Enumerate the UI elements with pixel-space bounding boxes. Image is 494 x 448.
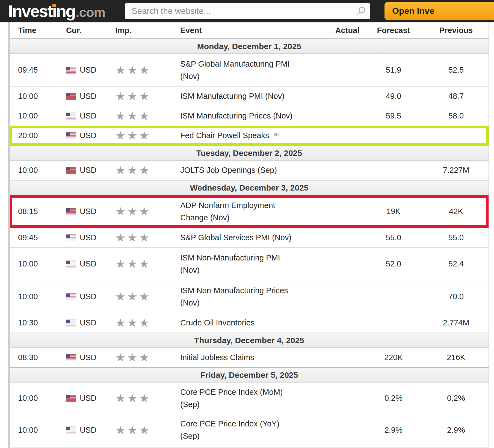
- forecast-value: 51.9: [363, 66, 424, 75]
- currency-label: USD: [80, 166, 96, 175]
- event-link[interactable]: ISM Non-Manufacturing PMI (Nov): [169, 252, 331, 276]
- currency-label: USD: [80, 233, 96, 242]
- event-link[interactable]: S&P Global Manufacturing PMI (Nov): [169, 58, 331, 82]
- importance-stars-icon: ★★★: [110, 164, 169, 177]
- event-row: 10:00 USD ★★★ ISM Manufacturing Prices (…: [10, 106, 489, 126]
- us-flag-icon: [66, 132, 76, 139]
- col-header-previous: Previous: [424, 26, 489, 35]
- highlighted-red-group: 10:00 USD ★★★ Core PCE Price Index (MoM)…: [10, 382, 489, 446]
- logo-orange-dot-i: ı: [52, 2, 56, 20]
- forecast-value: 19K: [363, 207, 424, 216]
- event-time: 08:30: [10, 353, 58, 362]
- search-icon[interactable]: [356, 6, 366, 17]
- event-row: 10:00 USD ★★★ ISM Non-Manufacturing PMI …: [10, 248, 489, 280]
- previous-value: 0.2%: [424, 394, 489, 403]
- event-row: 10:00 USD ★★★ JOLTS Job Openings (Sep) 7…: [10, 161, 489, 180]
- event-link[interactable]: Core PCE Price Index (MoM) (Sep): [169, 386, 331, 411]
- us-flag-icon: [66, 67, 76, 73]
- importance-stars-icon: ★★★: [110, 316, 169, 330]
- previous-value: 2.774M: [424, 318, 489, 327]
- event-link[interactable]: JOLTS Job Openings (Sep): [169, 164, 331, 176]
- us-flag-icon: [66, 320, 76, 326]
- currency-cell: USD: [58, 318, 110, 327]
- importance-stars-icon: ★★★: [110, 129, 169, 142]
- search-input[interactable]: [125, 3, 370, 19]
- event-link[interactable]: S&P Global Services PMI (Nov): [169, 232, 331, 244]
- previous-value: 52.4: [424, 259, 489, 268]
- event-link[interactable]: Initial Jobless Claims: [169, 351, 331, 364]
- date-label: Thursday, December 4, 2025: [194, 336, 304, 345]
- date-label: Monday, December 1, 2025: [197, 42, 301, 51]
- previous-value: 52.5: [424, 66, 489, 75]
- us-flag-icon: [66, 235, 76, 241]
- top-navigation-bar: Investıng .com Open Inve: [0, 0, 494, 22]
- event-time: 08:15: [10, 207, 58, 216]
- importance-stars-icon: ★★★: [110, 109, 169, 123]
- open-account-button[interactable]: Open Inve: [384, 2, 494, 20]
- importance-stars-icon: ★★★: [110, 205, 169, 218]
- event-link[interactable]: ADP Nonfarm Employment Change (Nov): [169, 199, 331, 224]
- event-time: 09:45: [10, 66, 58, 75]
- event-time: 10:00: [10, 166, 58, 175]
- importance-stars-icon: ★★★: [110, 423, 169, 437]
- currency-label: USD: [80, 207, 96, 216]
- col-header-actual: Actual: [331, 26, 363, 35]
- importance-stars-icon: ★★★: [110, 290, 169, 303]
- event-time: 10:00: [10, 394, 58, 403]
- date-header-row: Monday, December 1, 2025: [10, 39, 489, 54]
- currency-label: USD: [80, 394, 96, 403]
- event-link[interactable]: ISM Manufacturing Prices (Nov): [169, 110, 331, 122]
- importance-stars-icon: ★★★: [110, 63, 169, 77]
- currency-cell: USD: [58, 233, 110, 242]
- event-link[interactable]: Fed Chair Powell Speaks: [169, 129, 331, 142]
- us-flag-icon: [66, 354, 76, 361]
- currency-cell: USD: [58, 207, 110, 216]
- currency-cell: USD: [58, 353, 110, 362]
- col-header-event: Event: [169, 26, 331, 35]
- event-row-highlighted-red: 10:00 USD ★★★ Core PCE Price Index (YoY)…: [10, 414, 489, 446]
- event-time: 09:45: [10, 233, 58, 242]
- currency-label: USD: [80, 131, 96, 140]
- investing-logo[interactable]: Investıng .com: [8, 2, 105, 21]
- previous-value: 7.227M: [424, 166, 489, 175]
- logo-text: Investıng: [8, 2, 75, 21]
- currency-cell: USD: [58, 92, 110, 101]
- event-link[interactable]: Core PCE Price Index (YoY) (Sep): [169, 418, 331, 442]
- currency-cell: USD: [58, 166, 110, 175]
- event-time: 10:00: [10, 259, 58, 268]
- us-flag-icon: [66, 113, 76, 119]
- column-header-row: Time Cur. Imp. Event Actual Forecast Pre…: [10, 22, 489, 39]
- event-row: 09:45 USD ★★★ S&P Global Services PMI (N…: [10, 228, 489, 248]
- us-flag-icon: [66, 261, 76, 267]
- date-label: Tuesday, December 2, 2025: [196, 149, 302, 158]
- us-flag-icon: [66, 293, 76, 300]
- event-link[interactable]: Crude Oil Inventories: [169, 317, 331, 329]
- event-time: 10:00: [10, 111, 58, 120]
- currency-label: USD: [80, 92, 96, 101]
- next-highlight-row-edge: [10, 446, 489, 448]
- event-row: 09:45 USD ★★★ S&P Global Manufacturing P…: [10, 54, 489, 87]
- col-header-forecast: Forecast: [363, 26, 424, 35]
- date-header-row: Wednesday, December 3, 2025: [10, 180, 489, 195]
- event-row-highlighted-red: 08:15 USD ★★★ ADP Nonfarm Employment Cha…: [10, 195, 489, 228]
- importance-stars-icon: ★★★: [110, 391, 169, 405]
- previous-value: 70.0: [424, 292, 489, 301]
- previous-value: 216K: [424, 353, 489, 362]
- currency-label: USD: [80, 426, 96, 435]
- event-link[interactable]: ISM Non-Manufacturing Prices (Nov): [169, 284, 331, 309]
- event-link[interactable]: ISM Manufacturing PMI (Nov): [169, 90, 331, 102]
- currency-label: USD: [80, 259, 96, 268]
- economic-calendar-table: Time Cur. Imp. Event Actual Forecast Pre…: [8, 22, 489, 448]
- forecast-value: 2.9%: [363, 426, 424, 435]
- importance-stars-icon: ★★★: [110, 257, 169, 271]
- event-time: 10:00: [10, 92, 58, 101]
- date-header-row: Thursday, December 4, 2025: [10, 333, 489, 348]
- forecast-value: 55.0: [363, 233, 424, 242]
- date-header-row: Friday, December 5, 2025: [10, 367, 489, 382]
- previous-value: 2.9%: [424, 426, 489, 435]
- importance-stars-icon: ★★★: [110, 231, 169, 244]
- us-flag-icon: [66, 167, 76, 174]
- currency-cell: USD: [58, 66, 110, 75]
- date-label: Wednesday, December 3, 2025: [190, 183, 308, 192]
- us-flag-icon: [66, 427, 76, 433]
